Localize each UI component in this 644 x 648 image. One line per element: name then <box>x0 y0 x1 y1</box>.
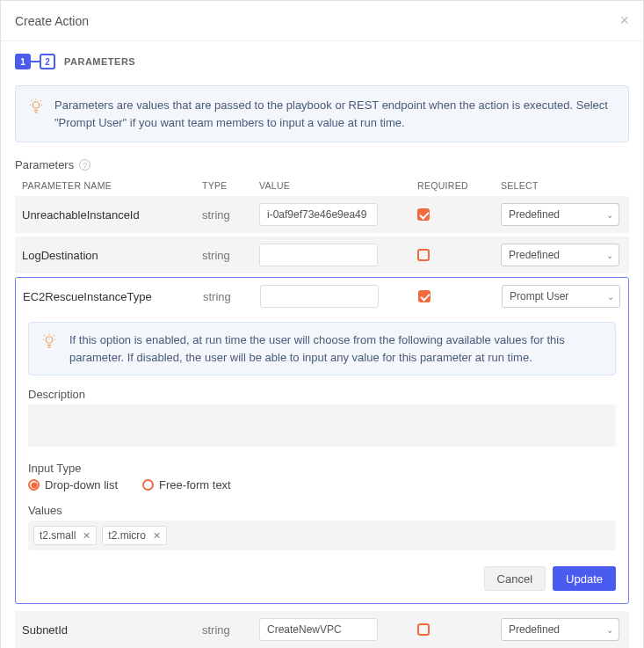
param-value-cell <box>259 618 409 641</box>
param-name: UnreachableInstanceId <box>22 208 202 222</box>
step-indicators: 1 2 <box>15 54 55 69</box>
update-button[interactable]: Update <box>553 566 616 591</box>
description-textarea[interactable] <box>28 404 616 447</box>
param-value-cell <box>259 244 409 266</box>
wizard-stepper: 1 2 PARAMETERS <box>1 41 643 85</box>
select-dropdown[interactable]: Predefined ⌄ <box>501 244 619 266</box>
radio-dot-icon <box>142 479 154 491</box>
required-checkbox[interactable] <box>417 623 430 636</box>
select-dropdown[interactable]: Predefined ⌄ <box>501 618 619 641</box>
svg-line-7 <box>40 100 41 101</box>
param-name: EC2RescueInstanceType <box>23 290 203 303</box>
select-value: Predefined <box>509 623 560 636</box>
param-type: string <box>202 623 259 637</box>
value-tag: t2.small ✕ <box>33 526 97 545</box>
param-required-cell <box>418 290 502 302</box>
modal-title: Create Action <box>15 14 89 28</box>
param-row-logdestination[interactable]: LogDestination string Predefined ⌄ <box>15 237 629 277</box>
radio-freeform-text[interactable]: Free-form text <box>142 478 231 491</box>
param-row-ec2rescueinstancetype[interactable]: EC2RescueInstanceType string Prompt User… <box>16 278 628 315</box>
input-type-label: Input Type <box>28 462 616 475</box>
param-value-cell <box>259 203 409 226</box>
remove-tag-icon[interactable]: ✕ <box>83 530 90 542</box>
param-select-cell: Predefined ⌄ <box>501 618 622 641</box>
cancel-button[interactable]: Cancel <box>484 566 546 591</box>
values-label: Values <box>28 504 616 517</box>
svg-line-6 <box>31 100 32 101</box>
chevron-down-icon: ⌄ <box>606 251 613 260</box>
expanded-actions: Cancel Update <box>28 566 616 591</box>
chevron-down-icon: ⌄ <box>606 210 613 220</box>
select-value: Predefined <box>509 208 560 221</box>
param-type: string <box>202 208 259 222</box>
radio-dot-icon <box>28 479 40 491</box>
info-text: If this option is enabled, at run time t… <box>69 331 603 366</box>
step-label: PARAMETERS <box>64 56 135 67</box>
modal-body: 1 2 PARAMETERS Parameters are values tha… <box>1 41 643 648</box>
prompt-user-info-banner: If this option is enabled, at run time t… <box>28 322 616 375</box>
step-1[interactable]: 1 <box>15 54 31 69</box>
chevron-down-icon: ⌄ <box>606 625 613 635</box>
svg-line-15 <box>54 335 54 336</box>
expanded-panel: If this option is enabled, at run time t… <box>16 315 628 603</box>
modal-header: Create Action × <box>1 1 643 41</box>
col-header-select: SELECT <box>501 180 622 191</box>
param-row-subnetid[interactable]: SubnetId string Predefined ⌄ <box>15 611 629 648</box>
create-action-modal: Create Action × 1 2 PARAMETERS P <box>0 0 644 648</box>
chevron-down-icon: ⌄ <box>607 292 614 302</box>
step-2[interactable]: 2 <box>40 54 55 69</box>
parameters-info-banner: Parameters are values that are passed to… <box>15 85 629 142</box>
select-dropdown[interactable]: Prompt User ⌄ <box>502 285 620 308</box>
param-select-cell: Predefined ⌄ <box>501 244 622 266</box>
content-area: Parameters are values that are passed to… <box>1 85 643 648</box>
param-name: SubnetId <box>22 623 202 637</box>
required-checkbox[interactable] <box>417 208 430 221</box>
svg-line-14 <box>44 335 45 336</box>
close-icon[interactable]: × <box>619 11 629 30</box>
description-label: Description <box>28 388 616 401</box>
param-value-input[interactable] <box>260 285 379 308</box>
param-row-ec2rescueinstancetype-expanded: EC2RescueInstanceType string Prompt User… <box>15 277 629 604</box>
info-text: Parameters are values that are passed to… <box>54 97 616 131</box>
col-header-name: PARAMETER NAME <box>22 180 202 191</box>
select-dropdown[interactable]: Predefined ⌄ <box>501 203 619 226</box>
param-value-input[interactable] <box>259 244 378 266</box>
parameters-section-label: Parameters ? <box>15 158 629 171</box>
param-select-cell: Prompt User ⌄ <box>502 285 621 308</box>
svg-point-8 <box>46 337 53 344</box>
param-required-cell <box>417 623 501 636</box>
param-value-input[interactable] <box>259 618 378 641</box>
col-header-required: REQUIRED <box>417 180 501 191</box>
svg-point-0 <box>33 102 40 109</box>
lightbulb-icon <box>28 98 44 114</box>
values-tag-input[interactable]: t2.small ✕ t2.micro ✕ <box>28 521 616 550</box>
select-value: Prompt User <box>510 290 568 302</box>
remove-tag-icon[interactable]: ✕ <box>153 530 161 542</box>
select-value: Predefined <box>509 249 560 261</box>
col-header-type: TYPE <box>202 180 259 191</box>
parameters-table-header: PARAMETER NAME TYPE VALUE REQUIRED SELEC… <box>15 175 629 196</box>
tag-text: t2.small <box>40 529 76 542</box>
section-title: Parameters <box>15 158 74 171</box>
param-required-cell <box>417 249 501 261</box>
tag-text: t2.micro <box>108 529 146 542</box>
param-select-cell: Predefined ⌄ <box>501 203 622 226</box>
required-checkbox[interactable] <box>418 290 431 302</box>
param-name: LogDestination <box>22 249 202 262</box>
param-value-input[interactable] <box>259 203 378 226</box>
param-row-unreachableinstanceid[interactable]: UnreachableInstanceId string Predefined … <box>15 196 629 237</box>
param-type: string <box>203 290 260 303</box>
param-type: string <box>202 249 259 262</box>
input-type-radio-group: Drop-down list Free-form text <box>28 478 616 491</box>
required-checkbox[interactable] <box>417 249 430 261</box>
param-required-cell <box>417 208 501 221</box>
radio-dropdown-list[interactable]: Drop-down list <box>28 478 118 491</box>
param-value-cell <box>260 285 409 308</box>
step-connector <box>31 61 40 62</box>
radio-label: Drop-down list <box>45 478 118 491</box>
value-tag: t2.micro ✕ <box>102 526 167 545</box>
radio-label: Free-form text <box>159 478 231 491</box>
col-header-value: VALUE <box>259 180 409 191</box>
lightbulb-icon <box>41 333 57 349</box>
help-icon[interactable]: ? <box>79 159 90 171</box>
